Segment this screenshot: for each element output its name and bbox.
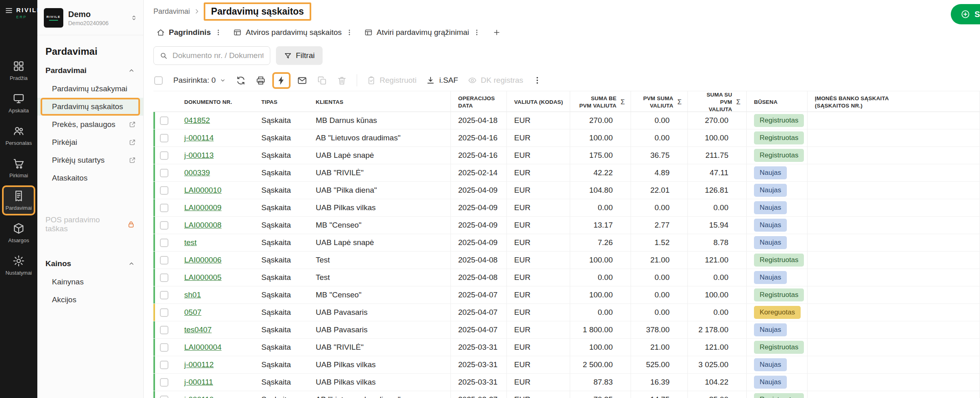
sidebar-item[interactable]: Pirkėjai [37,133,143,151]
table-row[interactable]: LAI000010 Sąskaita UAB "Pilka diena" 202… [153,182,980,199]
filter-button[interactable]: Filtrai [276,46,323,65]
invoice-number-link[interactable]: LAI000004 [184,343,222,352]
table-row[interactable]: j-000111 Sąskaita UAB Pilkas vilkas 2025… [153,374,980,391]
row-checkbox[interactable] [160,343,168,352]
invoice-number-link[interactable]: LAI000009 [184,203,222,212]
table-row[interactable]: j-000114 Sąskaita AB "Lietuvos draudimas… [153,129,980,147]
refresh-button[interactable] [236,75,246,86]
row-checkbox[interactable] [160,291,168,299]
column-imones-banko-saskaita[interactable]: ĮMONĖS BANKO SĄSKAITA (SĄSKAITOS NR.) [807,91,980,114]
table-row[interactable]: j-000110 Sąskaita AB "Lietuvos draudimas… [153,391,980,398]
column-valiuta[interactable]: VALIUTA (KODAS) [506,91,570,114]
column-suma-su-pvm[interactable]: SUMA SU PVM VALIUTA Σ [687,91,746,114]
table-row[interactable]: j-000112 Sąskaita UAB Pilkas vilkas 2025… [153,356,980,374]
row-checkbox[interactable] [160,378,168,387]
sum-icon[interactable]: Σ [736,98,741,107]
table-row[interactable]: j-000113 Sąskaita UAB Lapė snapė 2025-04… [153,147,980,164]
create-invoice-button[interactable]: Su [951,4,980,24]
table-row[interactable]: tes0407 Sąskaita UAB Pavasaris 2025-04-0… [153,321,980,339]
invoice-number-link[interactable]: tes0407 [184,325,212,334]
sidebar-item[interactable]: Pirkėjų sutartys [37,151,143,169]
invoice-number-link[interactable]: LAI000010 [184,186,222,195]
invoice-number-link[interactable]: j-000111 [184,378,213,387]
quick-actions-button[interactable] [276,75,286,86]
email-button[interactable] [297,75,307,86]
account-switcher[interactable]: RIVILE Demo Demo20240906 [37,0,143,35]
more-options-icon[interactable] [533,76,542,85]
invoice-number-link[interactable]: LAI000008 [184,221,222,230]
column-suma-be-pvm[interactable]: SUMA BE PVM VALIUTA Σ [570,91,631,114]
sum-icon[interactable]: Σ [677,98,682,107]
isaf-export-button[interactable]: i.SAF [426,76,458,85]
row-checkbox[interactable] [160,116,168,125]
table-row[interactable]: LAI000006 Sąskaita Test 2025-04-08 EUR 1… [153,252,980,269]
table-row[interactable]: LAI000005 Sąskaita Test 2025-04-08 EUR 0… [153,269,980,286]
sidebar-item[interactable]: Kainynas [37,273,143,291]
rail-item-monitor[interactable]: Apskaita [3,89,34,117]
table-row[interactable]: 0507 Sąskaita UAB Pavasaris 2025-04-07 E… [153,304,980,321]
row-checkbox[interactable] [160,204,168,212]
invoice-number-link[interactable]: LAI000006 [184,256,222,265]
row-checkbox[interactable] [160,361,168,369]
delete-button[interactable] [337,75,347,86]
row-checkbox[interactable] [160,151,168,160]
tab-menu-icon[interactable] [346,29,353,36]
sidebar-item[interactable]: Pardavimų sąskaitos [37,98,143,116]
table-row[interactable]: LAI000008 Sąskaita MB "Censeo" 2025-04-0… [153,217,980,234]
invoice-number-link[interactable]: 041852 [184,116,210,125]
breadcrumb-parent[interactable]: Pardavimai [153,7,190,16]
search-input[interactable] [172,51,264,60]
add-tab-button[interactable] [487,25,506,40]
invoice-number-link[interactable]: j-000112 [184,360,214,369]
tab-menu-icon[interactable] [215,29,222,36]
column-busena[interactable]: BŪSENA [746,91,807,114]
rail-item-cube[interactable]: Atsargos [3,219,34,247]
select-all-checkbox[interactable] [154,76,163,85]
invoice-number-link[interactable]: j-000110 [184,395,214,398]
row-checkbox[interactable] [160,169,168,177]
row-checkbox[interactable] [160,221,168,230]
row-checkbox[interactable] [160,396,168,398]
tab-atviri-pardavimu-grazinimai[interactable]: Atviri pardavimų grąžinimai [360,24,485,41]
tab-menu-icon[interactable] [473,29,480,36]
sidebar-item[interactable]: Akcijos [37,291,143,309]
column-pvm-suma[interactable]: PVM SUMA VALIUTA Σ [631,91,687,114]
tab-pagrindinis[interactable]: Pagrindinis [152,24,227,41]
sidebar-group-kainos-header[interactable]: Kainos [37,254,143,273]
table-row[interactable]: LAI000009 Sąskaita UAB Pilkas vilkas 202… [153,199,980,217]
invoice-number-link[interactable]: test [184,238,197,247]
invoice-number-link[interactable]: 0507 [184,308,201,317]
sidebar-item[interactable]: Prekės, paslaugos [37,116,143,133]
selected-count-dropdown[interactable]: Pasirinkta: 0 [173,76,226,85]
sum-icon[interactable]: Σ [620,98,625,107]
row-checkbox[interactable] [160,326,168,334]
invoice-number-link[interactable]: j-000114 [184,133,214,142]
invoice-number-link[interactable]: sh01 [184,290,201,299]
row-checkbox[interactable] [160,239,168,247]
invoice-number-link[interactable]: j-000113 [184,151,214,160]
dk-register-button[interactable]: DK registras [468,76,523,85]
tab-atviros-pardavimu-saskaitos[interactable]: Atviros pardavimų sąskaitos [228,24,358,41]
sidebar-item[interactable]: Ataskaitos [37,169,143,187]
column-tipas[interactable]: TIPAS [254,91,308,114]
table-row[interactable]: 000339 Sąskaita UAB "RIVILĖ" 2025-02-14 … [153,164,980,182]
copy-button[interactable] [317,75,327,86]
column-klientas[interactable]: KLIENTAS [308,91,450,114]
sidebar-item-pos[interactable]: POS pardavimo taškas [37,210,143,239]
row-checkbox[interactable] [160,186,168,195]
row-checkbox[interactable] [160,308,168,317]
print-button[interactable] [256,75,266,86]
column-dokumento-nr[interactable]: DOKUMENTO NR. [177,91,254,114]
rail-item-grid[interactable]: Pradžia [3,56,34,85]
sidebar-group-pardavimai-header[interactable]: Pardavimai [37,60,143,80]
rail-item-people[interactable]: Personalas [3,121,34,150]
register-button[interactable]: Registruoti [367,76,417,85]
row-checkbox[interactable] [160,256,168,265]
table-row[interactable]: 041852 Sąskaita MB Darnus kūnas 2025-04-… [153,112,980,129]
sidebar-item[interactable]: Pardavimų užsakymai [37,80,143,98]
table-row[interactable]: LAI000004 Sąskaita UAB "RIVILĖ" 2025-03-… [153,339,980,356]
invoice-number-link[interactable]: LAI000005 [184,273,222,282]
rail-item-gear[interactable]: Nustatymai [3,251,34,280]
rail-item-invoice[interactable]: Pardavimai [3,186,34,215]
rail-item-cart[interactable]: Pirkimai [3,154,34,182]
